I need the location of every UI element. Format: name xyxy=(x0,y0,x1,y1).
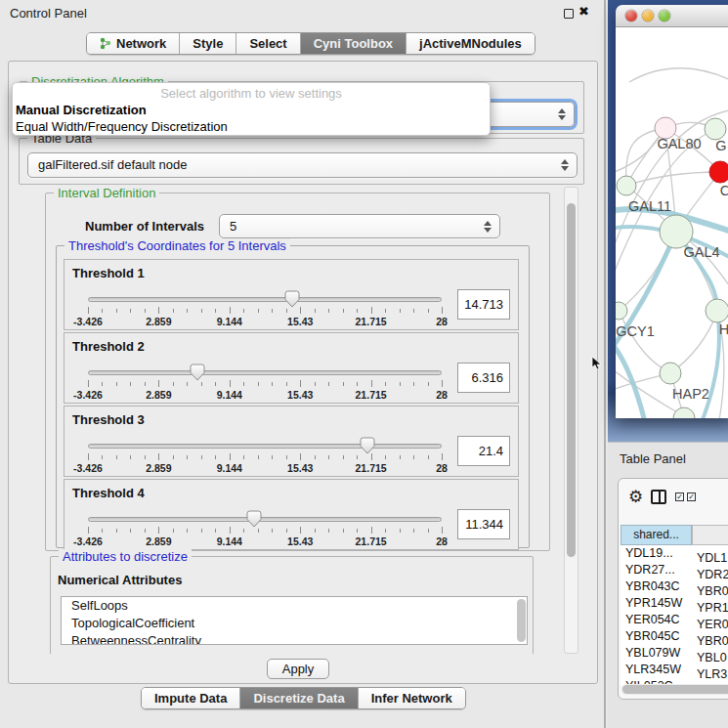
close-light[interactable] xyxy=(625,10,637,21)
table-h-scrollbar[interactable] xyxy=(621,684,728,695)
slider-ruler xyxy=(88,307,442,315)
table-row[interactable]: YBL079WYBL0 xyxy=(621,645,728,662)
gear-icon[interactable]: ⚙ xyxy=(628,489,643,505)
attribute-list-item[interactable]: BetweennessCentrality xyxy=(62,632,527,645)
number-of-intervals-combobox[interactable]: 5 xyxy=(219,214,500,238)
tick-mark xyxy=(400,309,401,313)
columns-icon[interactable] xyxy=(651,490,666,504)
table-row[interactable]: YLR345WYLR3 xyxy=(621,662,728,678)
column-header-shared-name[interactable]: shared... xyxy=(621,525,692,545)
slider-track[interactable] xyxy=(88,444,442,449)
network-node[interactable] xyxy=(673,407,695,418)
threshold-value-field[interactable]: 11.344 xyxy=(457,509,510,539)
node-label: GAL80 xyxy=(657,136,701,151)
threshold-slider[interactable]: -3.4262.8599.14415.4321.71528 xyxy=(88,260,442,331)
right-region: GAL80GCGAL11GAL4GCY1HHAP2 Table Panel ⚙ … xyxy=(608,0,728,728)
network-node-gal11[interactable] xyxy=(617,176,636,195)
checkbox-icon[interactable]: ✓ xyxy=(687,492,696,501)
attribute-list-item[interactable]: SelfLoops xyxy=(62,597,527,615)
slider-handle[interactable] xyxy=(284,290,300,308)
table-data-combobox[interactable]: galFiltered.sif default node xyxy=(27,152,578,178)
network-view-window[interactable]: GAL80GCGAL11GAL4GCY1HHAP2 xyxy=(616,5,728,418)
network-node-gal4[interactable] xyxy=(660,215,693,248)
minimize-light[interactable] xyxy=(642,10,654,21)
tick-mark xyxy=(258,309,259,313)
slider-handle[interactable] xyxy=(246,510,262,528)
network-edge[interactable] xyxy=(629,68,728,82)
network-node-hap2[interactable] xyxy=(660,363,681,384)
dropdown-prompt: Select algorithm to view settings xyxy=(13,86,490,101)
network-edge[interactable] xyxy=(616,338,645,418)
tab-jactivemnodules[interactable]: jActiveMNodules xyxy=(407,33,535,54)
cell-shared-name: YBL079W xyxy=(621,645,691,662)
dropdown-option[interactable]: Manual Discretization xyxy=(16,103,147,117)
column-header-name[interactable]: na xyxy=(692,525,728,545)
list-scrollbar[interactable] xyxy=(517,599,526,642)
table-row[interactable]: YDR27...YDR2 xyxy=(621,562,728,578)
tick-mark xyxy=(102,309,103,313)
network-graph: GAL80GCGAL11GAL4GCY1HHAP2 xyxy=(616,27,728,418)
tick-mark xyxy=(243,455,244,459)
tab-infer-network[interactable]: Infer Network xyxy=(359,688,465,708)
tick-mark xyxy=(385,309,386,313)
tick-mark xyxy=(102,455,103,459)
tick-label: 9.144 xyxy=(217,389,242,401)
threshold-slider[interactable]: -3.4262.8599.14415.4321.71528 xyxy=(88,333,442,405)
threshold-value-field[interactable]: 21.4 xyxy=(457,436,510,466)
slider-track[interactable] xyxy=(88,517,442,522)
slider-handle[interactable] xyxy=(190,364,205,381)
dropdown-option[interactable]: Equal Width/Frequency Discretization xyxy=(16,119,228,134)
node-label: GAL4 xyxy=(683,244,719,260)
tab-cyni-toolbox[interactable]: Cyni Toolbox xyxy=(301,33,407,54)
network-node-c[interactable] xyxy=(709,161,728,183)
tick-mark xyxy=(272,382,273,386)
table-row[interactable]: YER054CYER0 xyxy=(621,612,728,628)
tick-label: 15.43 xyxy=(287,316,313,327)
tick-mark xyxy=(371,453,372,460)
slider-handle[interactable] xyxy=(360,437,375,454)
tick-mark xyxy=(371,527,372,534)
threshold-slider[interactable]: -3.4262.8599.14415.4321.71528 xyxy=(88,480,442,551)
network-window-titlebar[interactable] xyxy=(616,5,728,27)
tab-impute-data[interactable]: Impute Data xyxy=(142,688,240,708)
slider-track[interactable] xyxy=(88,370,442,375)
table-row[interactable]: YBR043CYBR0 xyxy=(621,578,728,595)
checkbox-icon[interactable]: ✓ xyxy=(675,492,684,501)
cell-shared-name: YBR045C xyxy=(621,628,691,645)
tick-mark xyxy=(201,529,202,533)
table-row[interactable]: YPR145WYPR1 xyxy=(621,595,728,612)
tick-mark xyxy=(158,307,159,314)
tick-mark xyxy=(173,455,174,459)
threshold-value-field[interactable]: 14.713 xyxy=(457,289,510,320)
numerical-attributes-list[interactable]: SelfLoopsTopologicalCoefficientBetweenne… xyxy=(61,596,528,645)
cell-shared-name: YDR27... xyxy=(621,562,691,578)
tab-select[interactable]: Select xyxy=(236,33,300,54)
close-icon[interactable]: ✖ xyxy=(578,4,589,19)
apply-button[interactable]: Apply xyxy=(267,659,329,679)
tick-mark xyxy=(286,529,287,533)
tab-style[interactable]: Style xyxy=(180,33,236,54)
network-canvas[interactable]: GAL80GCGAL11GAL4GCY1HHAP2 xyxy=(616,27,728,418)
zoom-light[interactable] xyxy=(659,10,670,21)
tick-mark xyxy=(286,382,287,386)
settings-scrollbar[interactable] xyxy=(564,187,578,654)
tick-mark xyxy=(88,380,89,387)
network-node-g[interactable] xyxy=(705,118,726,140)
tab-discretize-data[interactable]: Discretize Data xyxy=(240,688,358,708)
scrollbar-thumb[interactable] xyxy=(622,685,728,694)
settings-scroll-area: Interval Definition Number of Intervals … xyxy=(19,187,564,654)
attribute-list-item[interactable]: TopologicalCoefficient xyxy=(62,615,527,632)
threshold-row: Threshold 2-3.4262.8599.14415.4321.71528… xyxy=(64,332,519,404)
float-window-icon[interactable] xyxy=(564,9,574,19)
table-row[interactable]: YBR045CYBR0 xyxy=(621,628,728,645)
tick-mark xyxy=(328,455,329,459)
scrollbar-thumb[interactable] xyxy=(567,203,576,557)
network-edge[interactable] xyxy=(626,172,720,186)
node-label: C xyxy=(720,183,728,198)
threshold-value-field[interactable]: 6.316 xyxy=(457,363,510,393)
table-row[interactable]: YDL19...YDL1 xyxy=(621,545,728,562)
threshold-slider[interactable]: -3.4262.8599.14415.4321.71528 xyxy=(88,407,442,478)
network-node-h[interactable] xyxy=(706,299,728,322)
tab-network[interactable]: Network xyxy=(87,33,180,54)
slider-track[interactable] xyxy=(88,297,442,302)
